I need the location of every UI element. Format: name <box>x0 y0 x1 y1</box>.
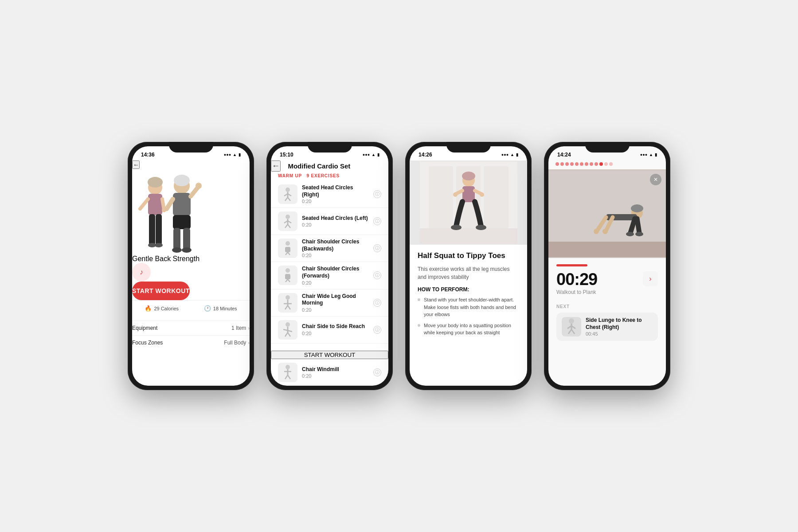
exercise-description: This exercise works all the leg muscles … <box>418 265 519 281</box>
exercise-item-5[interactable]: Chair Wide Leg Good Morning 0:20 ⓘ <box>271 289 388 317</box>
exercise-duration-1: 0:20 <box>302 199 369 204</box>
phone-1-screen: 14:36 ●●● ▲ ▮ ← <box>132 146 250 386</box>
focus-chevron: › <box>248 340 250 345</box>
svg-rect-6 <box>149 214 155 245</box>
timer-row: 00:29 Walkout to Plank › <box>556 271 658 295</box>
svg-rect-17 <box>173 228 180 250</box>
svg-line-44 <box>285 305 288 309</box>
time-2: 15:10 <box>280 152 293 158</box>
wifi-icon-3: ▲ <box>510 153 514 157</box>
bullet-2 <box>418 324 420 327</box>
svg-line-32 <box>288 224 290 228</box>
next-exercise-info: Side Lunge to Knee to Chest (Right) 00:4… <box>586 317 653 336</box>
close-button[interactable]: ✕ <box>650 174 661 185</box>
exercise-item-1[interactable]: Seated Head Circles (Right) 0:20 ⓘ <box>271 181 388 208</box>
timer-section: 00:29 Walkout to Plank › <box>548 258 666 300</box>
exercise-thumb-3 <box>278 239 297 258</box>
back-button-2[interactable]: ← <box>271 160 281 172</box>
svg-point-69 <box>476 225 486 230</box>
exercise-item-2[interactable]: Seated Head Circles (Left) 0:20 ⓘ <box>271 208 388 235</box>
svg-point-33 <box>286 241 290 246</box>
exercise-item-4[interactable]: Chair Shoulder Circles (Forwards) 0:20 ⓘ <box>271 262 388 289</box>
screen-title-2: Modified Cardio Set <box>288 162 350 170</box>
exercise-name-3: Chair Shoulder Circles (Backwards) <box>302 239 369 252</box>
instruction-1: Stand with your feet shoulder-width apar… <box>418 296 519 318</box>
svg-rect-16 <box>173 215 191 229</box>
progress-dot-12 <box>609 162 613 166</box>
exercise-detail: Half Squat to Tippy Toes This exercise w… <box>410 245 527 386</box>
svg-point-9 <box>155 243 163 247</box>
svg-line-55 <box>288 375 290 379</box>
svg-point-74 <box>631 204 643 212</box>
svg-point-66 <box>453 192 458 197</box>
info-circle-3[interactable]: ⓘ <box>373 244 381 252</box>
exercise-duration-4: 0:20 <box>302 280 369 286</box>
svg-rect-12 <box>173 193 191 216</box>
exercise-name-4: Chair Shoulder Circles (Forwards) <box>302 266 369 279</box>
svg-point-21 <box>286 188 290 192</box>
exercise-name-6: Chair Side to Side Reach <box>302 323 369 330</box>
exercise-item-6[interactable]: Chair Side to Side Reach 0:20 ⓘ <box>271 317 388 344</box>
svg-point-68 <box>451 225 462 230</box>
next-exercise-duration: 00:45 <box>586 331 653 336</box>
info-circle-1[interactable]: ⓘ <box>373 190 381 198</box>
svg-point-37 <box>286 268 290 273</box>
minutes-value: 18 Minutes <box>213 306 237 311</box>
svg-point-84 <box>569 318 574 324</box>
info-circle-5[interactable]: ⓘ <box>373 299 381 307</box>
timer-section-container: 00:29 Walkout to Plank › <box>548 258 666 300</box>
phone-2: 15:10 ●●● ▲ ▮ ← Modified Cardio Set WARM… <box>266 142 393 390</box>
next-section: NEXT Side Lunge to Knee to Che <box>548 300 666 386</box>
focus-zones-row[interactable]: Focus Zones Full Body › <box>132 335 250 350</box>
battery-icon-3: ▮ <box>516 153 518 157</box>
exercise-text-3: Chair Shoulder Circles (Backwards) 0:20 <box>302 239 369 258</box>
phone-4: 14:24 ●●● ▲ ▮ <box>544 142 670 390</box>
progress-dot-11 <box>604 162 608 166</box>
music-button[interactable]: ♪ <box>132 263 151 282</box>
hero-figures <box>132 169 250 255</box>
info-circle-6[interactable]: ⓘ <box>373 326 381 334</box>
exercise-duration-6: 0:20 <box>302 331 369 336</box>
svg-line-54 <box>285 375 288 379</box>
instruction-2: Move your body into a squatting position… <box>418 322 519 336</box>
info-circle-4[interactable]: ⓘ <box>373 271 381 279</box>
battery-icon-2: ▮ <box>377 153 379 157</box>
info-circle-partial[interactable]: ⓘ <box>373 368 381 376</box>
instruction-text-1: Stand with your feet shoulder-width apar… <box>424 296 519 318</box>
focus-zones-label: Focus Zones <box>132 340 163 346</box>
progress-dot-10 <box>599 162 603 166</box>
phone-4-screen: 14:24 ●●● ▲ ▮ <box>548 146 666 386</box>
exercise-image <box>410 160 527 245</box>
exercise-figure-2 <box>280 213 296 229</box>
equipment-label: Equipment <box>132 325 157 331</box>
how-to-label: HOW TO PERFORM: <box>418 286 519 293</box>
svg-line-80 <box>637 219 639 233</box>
calories-stat: 🔥 29 Calories <box>145 305 179 312</box>
svg-rect-2 <box>148 194 162 215</box>
start-workout-button-2[interactable]: START WORKOUT <box>271 351 388 359</box>
svg-rect-18 <box>183 228 190 250</box>
next-arrow[interactable]: › <box>643 271 658 286</box>
svg-line-89 <box>571 329 575 334</box>
back-button-1[interactable]: ← <box>132 160 140 169</box>
svg-rect-63 <box>462 186 475 202</box>
screen-header-2: ← Modified Cardio Set <box>271 160 388 172</box>
svg-point-1 <box>148 177 163 188</box>
exercise-item-3[interactable]: Chair Shoulder Circles (Backwards) 0:20 … <box>271 235 388 262</box>
svg-line-13 <box>191 188 198 196</box>
equipment-row[interactable]: Equipment 1 Item › <box>132 321 250 335</box>
svg-rect-60 <box>484 166 509 228</box>
info-circle-2[interactable]: ⓘ <box>373 217 381 225</box>
svg-rect-58 <box>429 166 453 228</box>
next-exercise-name: Side Lunge to Knee to Chest (Right) <box>586 317 653 331</box>
clock-icon: 🕐 <box>204 305 211 312</box>
next-exercise-card[interactable]: Side Lunge to Knee to Chest (Right) 00:4… <box>556 313 658 341</box>
timer-info: 00:29 Walkout to Plank <box>556 271 597 295</box>
next-exercise-thumb <box>562 317 581 336</box>
svg-line-26 <box>288 197 290 201</box>
start-workout-button-1[interactable]: START WORKOUT <box>132 282 190 300</box>
exercise-thumb-5 <box>278 293 297 313</box>
phone-2-screen: 15:10 ●●● ▲ ▮ ← Modified Cardio Set WARM… <box>271 146 388 386</box>
svg-point-27 <box>286 215 290 219</box>
battery-icon-4: ▮ <box>655 153 657 157</box>
